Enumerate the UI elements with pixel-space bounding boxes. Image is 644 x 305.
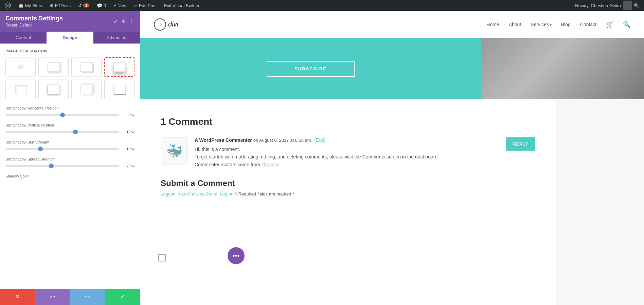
my-sites-button[interactable]: 🏠 My Sites — [17, 0, 43, 11]
search-icon[interactable]: 🔍 — [623, 21, 630, 28]
nav-contact[interactable]: Contact — [580, 22, 596, 27]
cancel-button[interactable]: ✕ — [0, 289, 35, 305]
exit-visual-builder-button[interactable]: Exit Visual Builder — [163, 0, 201, 11]
shadow-color-label: Shadow Color — [5, 174, 135, 178]
cart-icon[interactable]: 🛒 — [606, 21, 613, 28]
panel-tabs: Content Design Advanced — [0, 32, 140, 44]
shadow-option-7[interactable] — [104, 80, 135, 99]
hero-image — [481, 38, 644, 99]
vertical-slider[interactable] — [5, 131, 119, 133]
preview-panel: D divi Home About Services Blog Contact … — [140, 11, 644, 305]
blur-label: Box Shadow Blur Strength — [5, 140, 135, 144]
tab-advanced[interactable]: Advanced — [93, 32, 140, 44]
shadow-option-5[interactable] — [38, 80, 69, 99]
undo-button[interactable]: ↩ — [35, 289, 70, 305]
more-icon[interactable]: ⋮ — [129, 18, 135, 24]
comments-button[interactable]: 💬 0 — [95, 0, 107, 11]
nav-about[interactable]: About — [509, 22, 521, 27]
comment-avatar: 🐳 — [161, 137, 188, 165]
main-content: 1 Comment 🐳 A WordPress Commenter on Aug… — [140, 99, 556, 305]
vertical-label: Box Shadow Vertical Position — [5, 123, 135, 127]
vertical-position-section: Box Shadow Vertical Position 12px — [5, 123, 135, 134]
subscribe-button[interactable]: SUBSCRIBE — [267, 61, 355, 77]
blur-slider[interactable] — [5, 148, 119, 150]
spread-label: Box Shadow Spread Strength — [5, 157, 135, 161]
comment-edit-link[interactable]: (Edit) — [314, 137, 325, 143]
shadow-option-4[interactable] — [5, 80, 36, 99]
comment-author: A WordPress Commenter — [195, 137, 252, 143]
nav-blog[interactable]: Blog — [561, 22, 571, 27]
nav-home[interactable]: Home — [486, 22, 499, 27]
horizontal-position-section: Box Shadow Horizontal Position 0px — [5, 106, 135, 117]
blur-value: 18px — [123, 147, 135, 151]
vertical-value: 12px — [123, 130, 135, 134]
logo-circle: D — [154, 18, 166, 31]
save-button[interactable]: ✓ — [105, 289, 140, 305]
spread-slider[interactable] — [5, 165, 119, 167]
site-nav: Home About Services Blog Contact 🛒 🔍 — [486, 21, 630, 28]
panel-bottom-bar: ✕ ↩ ↪ ✓ — [0, 289, 140, 305]
tab-design[interactable]: Design — [47, 32, 93, 44]
select-checkbox[interactable] — [158, 254, 166, 261]
revisions-button[interactable]: ↺ 1 — [77, 0, 91, 11]
panel-header-icons: ⤢ ⊞ ⋮ — [113, 18, 135, 24]
comments-title: 1 Comment — [161, 116, 535, 127]
sidebar-right — [556, 99, 644, 305]
submit-meta: Logged in as Christina Gwira. Log out? R… — [161, 191, 535, 197]
user-menu[interactable]: Howdy, Christina Gwira 🔍 — [574, 0, 641, 11]
et-devs-button[interactable]: ⚙ ETDevs — [48, 0, 72, 11]
edit-post-button[interactable]: ✏ Edit Post — [132, 0, 158, 11]
shadow-option-1[interactable] — [38, 57, 69, 77]
spread-value: -6px — [123, 164, 135, 168]
svg-text:W: W — [6, 4, 10, 8]
fullscreen-icon[interactable]: ⤢ — [113, 18, 118, 24]
panel-title: Comments Settings — [5, 15, 63, 22]
wp-admin-bar: W 🏠 My Sites ⚙ ETDevs ↺ 1 💬 0 + New ✏ Ed… — [0, 0, 644, 11]
comment-body: A WordPress Commenter on August 6, 2017 … — [195, 137, 535, 168]
horizontal-slider[interactable] — [5, 114, 119, 116]
reply-button[interactable]: REPLY — [506, 137, 535, 151]
content-area: 1 Comment 🐳 A WordPress Commenter on Aug… — [140, 99, 644, 305]
image-shadow-label: Image Box Shadow — [5, 49, 135, 53]
hero-right — [481, 38, 644, 99]
tab-content[interactable]: Content — [0, 32, 47, 44]
wp-logo-button[interactable]: W — [3, 0, 12, 11]
shadow-color-section: Shadow Color — [5, 174, 135, 178]
new-button[interactable]: + New — [112, 0, 128, 11]
site-header: D divi Home About Services Blog Contact … — [140, 11, 644, 38]
logout-link[interactable]: Log out? — [220, 191, 237, 197]
hero-section: SUBSCRIBE — [140, 38, 644, 99]
panel-header: Comments Settings Preset: Default ⤢ ⊞ ⋮ — [0, 11, 140, 32]
blur-strength-section: Box Shadow Blur Strength 18px — [5, 140, 135, 151]
avatar — [623, 1, 632, 10]
settings-panel: Comments Settings Preset: Default ⤢ ⊞ ⋮ … — [0, 11, 140, 305]
gravatar-link[interactable]: Gravatar — [262, 162, 280, 167]
shadow-options-grid: ⊘ — [5, 57, 135, 99]
comment-text: Hi, this is a comment. To get started wi… — [195, 146, 535, 168]
logged-in-link[interactable]: Logged in as Christina Gwira. — [161, 191, 219, 197]
nav-services[interactable]: Services — [531, 22, 551, 27]
hero-left: SUBSCRIBE — [140, 38, 481, 99]
comment-date: on August 6, 2017 at 6:06 am — [253, 138, 311, 143]
shadow-option-2[interactable] — [71, 57, 102, 77]
shadow-option-none[interactable]: ⊘ — [5, 57, 36, 77]
grid-icon[interactable]: ⊞ — [121, 18, 126, 24]
comment-item: 🐳 A WordPress Commenter on August 6, 201… — [161, 137, 535, 168]
panel-content: Image Box Shadow ⊘ — [0, 44, 140, 289]
panel-preset: Preset: Default — [5, 23, 63, 28]
shadow-option-3[interactable] — [104, 57, 135, 77]
submit-comment-title: Submit a Comment — [161, 179, 535, 188]
horizontal-value: 0px — [123, 113, 135, 117]
site-logo: D divi — [154, 18, 178, 31]
redo-button[interactable]: ↪ — [70, 289, 105, 305]
floating-action-button[interactable]: ••• — [228, 247, 245, 264]
horizontal-label: Box Shadow Horizontal Position — [5, 106, 135, 110]
spread-strength-section: Box Shadow Spread Strength -6px — [5, 157, 135, 168]
shadow-option-6[interactable] — [71, 80, 102, 99]
